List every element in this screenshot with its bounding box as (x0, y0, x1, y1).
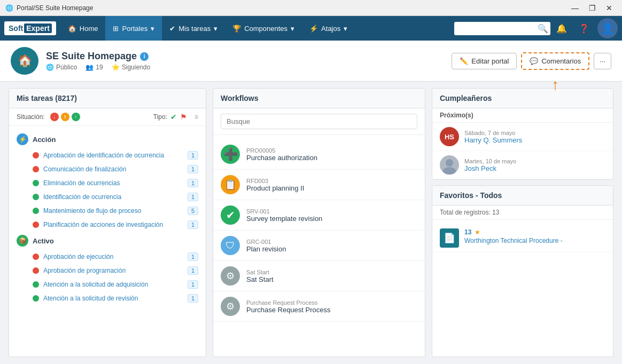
nav-portals[interactable]: ⊞ Portales ▾ (105, 16, 162, 41)
workflows-title: Workflows (221, 94, 259, 102)
fav-name[interactable]: Worthington Technical Procedure - (464, 237, 563, 244)
components-icon: 🏆 (232, 25, 241, 33)
info-icon[interactable]: i (140, 52, 149, 61)
help-button[interactable]: ❓ (575, 19, 593, 37)
task-count: 1 (188, 193, 198, 201)
task-link[interactable]: Atención a la solicitud de revisión (43, 295, 183, 302)
task-count: 1 (188, 280, 198, 289)
search-input[interactable] (454, 22, 550, 35)
workflows-body: ➕ PRO00005 Purchase authorization 📋 RFD0… (213, 135, 425, 357)
softexpert-logo[interactable]: SoftExpert (4, 21, 56, 35)
fav-star-icon[interactable]: ★ (475, 228, 480, 236)
workflow-code: SRV-001 (246, 208, 322, 215)
check-filter-icon[interactable]: ✔ (170, 113, 177, 121)
workflow-item[interactable]: ✔ SRV-001 Survey template revision (213, 200, 425, 231)
filter-situacion-label: Situación: (17, 113, 45, 121)
task-count: 1 (188, 165, 198, 173)
birthday-date: Sábado, 7 de mayo (464, 130, 522, 136)
workflow-name: Purchase Request Process (246, 306, 331, 314)
task-item: Aprobación de ejecución 1 (9, 250, 206, 264)
notifications-button[interactable]: 🔔 (553, 19, 571, 37)
main-content: Mis tareas (8217) Situación: ↓ ! ↑ Tipo:… (0, 82, 622, 363)
favorites-title: Favoritos - Todos (440, 191, 502, 200)
workflow-item[interactable]: 🛡 GRC-001 Plan revision (213, 231, 425, 261)
user-avatar[interactable]: 👤 (597, 18, 618, 38)
workflow-icon: ⚙ (221, 297, 240, 316)
birthday-name[interactable]: Harry Q. Summers (464, 136, 522, 144)
nav-home[interactable]: 🏠 Home (60, 16, 106, 41)
birthday-avatar (440, 155, 459, 175)
minimize-button[interactable]: — (567, 2, 582, 14)
nav-shortcuts[interactable]: ⚡ Atajos ▾ (302, 16, 355, 41)
status-red-icon[interactable]: ↓ (50, 113, 59, 121)
workflows-panel: Workflows ➕ PRO00005 Purchase authorizat… (213, 88, 425, 357)
task-link[interactable]: Atención a la solicitud de adquisición (43, 281, 183, 288)
status-green-icon[interactable]: ↑ (72, 113, 80, 121)
flag-filter-icon[interactable]: ⚑ (180, 113, 187, 121)
nav-tasks[interactable]: ✔ Mis tareas ▾ (162, 16, 225, 41)
workflow-icon: 📋 (221, 175, 240, 194)
workflow-item[interactable]: ⚙ Sat Start Sat Start (213, 261, 425, 291)
task-item: Atención a la solicitud de adquisición 1 (9, 278, 206, 291)
task-link[interactable]: Aprobación de identificación de ocurrenc… (43, 152, 183, 159)
titlebar: 🌐 Portal/SE Suite Homepage — ❐ ✕ (0, 0, 622, 16)
more-options-button[interactable]: ··· (594, 53, 611, 69)
task-status-green-icon (33, 281, 39, 288)
task-status-green-icon (33, 180, 39, 186)
task-link[interactable]: Mantenimiento de flujo de proceso (43, 207, 183, 215)
workflow-name: Survey template revision (246, 215, 322, 223)
workflow-item[interactable]: ➕ PRO00005 Purchase authorization (213, 139, 425, 170)
portal-info: SE Suite Homepage i 🌐 Público 👥 19 ⭐ Sig… (46, 51, 444, 71)
tasks-body: ⚡ Acción Aprobación de identificación de… (9, 126, 206, 357)
comments-button[interactable]: 💬 Comentarios (521, 52, 589, 70)
task-count: 1 (188, 266, 198, 275)
shortcuts-icon: ⚡ (309, 25, 318, 33)
edit-icon: ✏️ (460, 57, 468, 65)
close-button[interactable]: ✕ (602, 2, 617, 14)
workflow-code: Sat Start (246, 269, 274, 275)
activo-section-icon: 📦 (17, 235, 28, 247)
portal-title-text: SE Suite Homepage (46, 51, 137, 62)
favorite-item: 📄 13 ★ Worthington Technical Procedure - (432, 224, 613, 252)
task-link[interactable]: Planificación de acciones de investigaci… (43, 221, 183, 228)
restore-button[interactable]: ❐ (585, 2, 600, 14)
nav-components[interactable]: 🏆 Componentes ▾ (225, 16, 302, 41)
task-link[interactable]: Aprobación de programación (43, 267, 183, 274)
birthdays-panel-header: Cumpleañeros (432, 89, 613, 108)
window-title: Portal/SE Suite Homepage (17, 4, 567, 12)
portal-header: 🏠 SE Suite Homepage i 🌐 Público 👥 19 ⭐ S… (0, 41, 622, 82)
fav-number: 13 (464, 228, 471, 236)
task-link[interactable]: Comunicación de finalización (43, 165, 183, 173)
task-link[interactable]: Eliminación de ocurrencias (43, 179, 183, 187)
workflow-code: PRO00005 (246, 147, 317, 154)
workflows-search-input[interactable] (221, 114, 417, 129)
workflow-item[interactable]: 📋 RFD003 Product planning II (213, 170, 425, 200)
task-item: Mantenimiento de flujo de proceso 5 (9, 204, 206, 218)
nav-components-label: Componentes (244, 25, 287, 33)
task-count: 1 (188, 179, 198, 187)
search-icon: 🔍 (538, 23, 548, 34)
birthday-name[interactable]: Josh Peck (464, 164, 516, 172)
workflow-icon: ⚙ (221, 266, 240, 286)
tasks-panel: Mis tareas (8217) Situación: ↓ ! ↑ Tipo:… (9, 88, 206, 357)
person-avatar-svg (440, 155, 459, 175)
shortcuts-chevron-icon: ▾ (344, 25, 347, 33)
favorites-panel: Favoritos - Todos Total de registros: 13… (432, 185, 613, 357)
workflow-item[interactable]: ⚙ Purchase Request Process Purchase Requ… (213, 291, 425, 322)
workflow-info: GRC-001 Plan revision (246, 239, 286, 253)
workflows-panel-header: Workflows (213, 89, 425, 108)
star-icon: ⭐ (112, 64, 120, 71)
status-orange-icon[interactable]: ! (61, 113, 69, 121)
nav-portals-label: Portales (122, 25, 147, 33)
favorites-panel-header: Favoritos - Todos (432, 186, 613, 205)
birthday-date: Martes, 10 de mayo (464, 158, 516, 164)
workflow-name: Product planning II (246, 184, 304, 192)
home-icon: 🏠 (68, 25, 76, 33)
logo-soft-text: Soft (9, 24, 23, 33)
components-chevron-icon: ▾ (291, 25, 294, 33)
edit-portal-button[interactable]: ✏️ Editar portal (452, 53, 517, 69)
fav-badge: 13 ★ (464, 228, 605, 236)
task-link[interactable]: Identificación de ocurrencia (43, 193, 183, 201)
birthday-subtitle: Próximo(s) (432, 108, 613, 123)
task-link[interactable]: Aprobación de ejecución (43, 253, 183, 260)
